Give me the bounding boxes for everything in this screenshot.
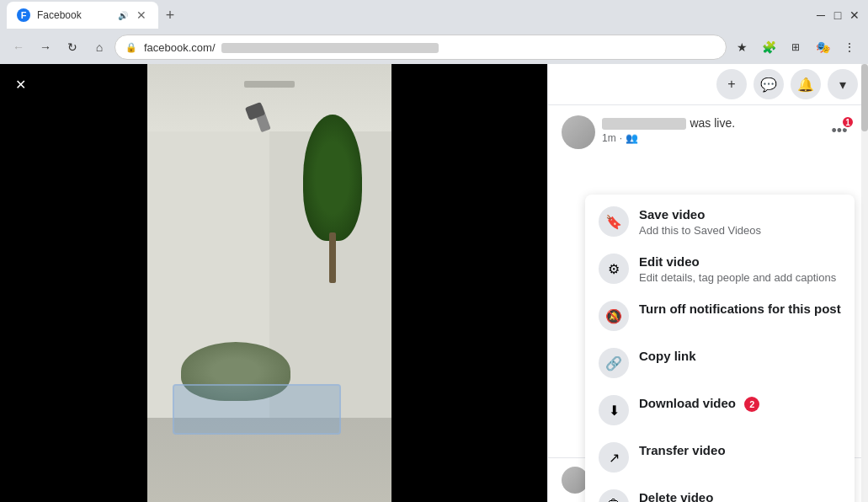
bookmark-button[interactable]: ★ bbox=[730, 35, 754, 59]
video-area: ✕ bbox=[0, 64, 547, 502]
menu-text-delete-video: Delete video bbox=[639, 489, 841, 502]
back-button[interactable]: ← bbox=[7, 35, 30, 59]
bonsai-display bbox=[164, 334, 349, 435]
audience-icon: 👥 bbox=[626, 132, 638, 144]
page-content: ✕ bbox=[0, 64, 868, 502]
menu-title-copy-link: Copy link bbox=[639, 348, 841, 365]
menu-item-edit-video[interactable]: ⚙ Edit video Edit details, tag people an… bbox=[585, 245, 855, 292]
post-time: 1m · 👥 bbox=[602, 132, 817, 144]
lock-icon: 🔒 bbox=[125, 42, 137, 53]
refresh-button[interactable]: ↻ bbox=[61, 35, 84, 59]
aquarium bbox=[173, 384, 341, 435]
menu-item-transfer-video[interactable]: ↗ Transfer video bbox=[585, 434, 855, 481]
tab-title: Facebook bbox=[37, 9, 111, 21]
create-button[interactable]: + bbox=[716, 69, 747, 99]
menu-text-copy-link: Copy link bbox=[639, 348, 841, 365]
notification-badge: 1 bbox=[841, 115, 855, 129]
room-scene bbox=[147, 64, 391, 502]
menu-title-delete-video: Delete video bbox=[639, 489, 841, 502]
right-panel: + 💬 🔔 ▾ was live. bbox=[547, 64, 868, 502]
address-text: facebook.com/ ████████ ████████ ████████… bbox=[144, 41, 716, 54]
close-video-button[interactable]: ✕ bbox=[7, 71, 34, 98]
tab-close-button[interactable]: ✕ bbox=[135, 8, 148, 22]
menu-text-save-video: Save video Add this to Saved Videos bbox=[639, 206, 841, 237]
tree-trunk bbox=[329, 232, 336, 283]
bell-icon: 🔔 bbox=[797, 77, 814, 93]
menu-item-turn-off-notifications[interactable]: 🔕 Turn off notifications for this post bbox=[585, 292, 855, 339]
menu-text-download-video: Download video 2 bbox=[639, 395, 841, 412]
download-badge: 2 bbox=[744, 397, 759, 412]
scrollbar-thumb[interactable] bbox=[861, 64, 868, 131]
edit-video-icon: ⚙ bbox=[599, 254, 629, 284]
tab-favicon: F bbox=[17, 8, 30, 22]
close-button[interactable]: ✕ bbox=[848, 8, 861, 22]
download-video-icon: ⬇ bbox=[599, 395, 629, 425]
avatar-image bbox=[562, 115, 595, 149]
avatar bbox=[562, 115, 595, 149]
post-header: was live. 1m · 👥 ••• 1 bbox=[562, 115, 855, 149]
chevron-down-icon: ▾ bbox=[839, 77, 846, 93]
browser-toolbar: ← → ↻ ⌂ 🔒 facebook.com/ ████████ ███████… bbox=[0, 30, 868, 64]
menu-item-save-video[interactable]: 🔖 Save video Add this to Saved Videos bbox=[585, 198, 855, 245]
forward-button[interactable]: → bbox=[34, 35, 57, 59]
home-button[interactable]: ⌂ bbox=[88, 35, 111, 59]
window-controls: ─ □ ✕ bbox=[814, 8, 861, 22]
messenger-button[interactable]: 💬 bbox=[754, 69, 784, 99]
more-options-button[interactable]: ••• 1 bbox=[824, 115, 855, 146]
poster-name bbox=[602, 118, 686, 130]
copy-link-icon: 🔗 bbox=[599, 348, 629, 378]
toolbar-right: ★ 🧩 ⊞ 🎭 ⋮ bbox=[730, 35, 861, 59]
account-dropdown-button[interactable]: ▾ bbox=[828, 69, 858, 99]
menu-text-notifications: Turn off notifications for this post bbox=[639, 301, 841, 318]
menu-item-delete-video[interactable]: 🗑 Delete video bbox=[585, 481, 855, 502]
menu-text-edit-video: Edit video Edit details, tag people and … bbox=[639, 254, 841, 284]
new-tab-button[interactable]: + bbox=[158, 3, 182, 27]
menu-button[interactable]: ⋮ bbox=[838, 35, 861, 59]
tab-audio-icon: 🔊 bbox=[118, 11, 128, 20]
delete-video-icon: 🗑 bbox=[599, 489, 629, 502]
menu-title-transfer-video: Transfer video bbox=[639, 442, 841, 459]
facebook-top-nav: + 💬 🔔 ▾ bbox=[548, 64, 868, 105]
plus-icon: + bbox=[727, 77, 735, 92]
menu-title-save-video: Save video bbox=[639, 206, 841, 223]
dropdown-menu: 🔖 Save video Add this to Saved Videos ⚙ … bbox=[585, 195, 855, 502]
messenger-icon: 💬 bbox=[760, 77, 777, 93]
scrollbar-track bbox=[861, 64, 868, 502]
menu-subtitle-edit-video: Edit details, tag people and add caption… bbox=[639, 271, 841, 284]
notifications-off-icon: 🔕 bbox=[599, 301, 629, 331]
menu-item-download-video[interactable]: ⬇ Download video 2 bbox=[585, 387, 855, 434]
poster-info: was live. bbox=[602, 115, 817, 131]
ceiling-light bbox=[244, 81, 295, 88]
transfer-video-icon: ↗ bbox=[599, 442, 629, 473]
address-bar[interactable]: 🔒 facebook.com/ ████████ ████████ ██████… bbox=[114, 35, 727, 60]
time-value: 1m bbox=[602, 132, 616, 144]
tree-leaves bbox=[303, 115, 362, 241]
was-live-text: was live. bbox=[690, 116, 735, 130]
avatar-button[interactable]: 🎭 bbox=[811, 35, 834, 59]
save-video-icon: 🔖 bbox=[599, 206, 629, 237]
time-separator: · bbox=[620, 132, 622, 144]
minimize-button[interactable]: ─ bbox=[814, 8, 828, 22]
facebook-favicon: F bbox=[21, 10, 27, 20]
browser-tab[interactable]: F Facebook 🔊 ✕ bbox=[7, 2, 158, 29]
notifications-button[interactable]: 🔔 bbox=[791, 69, 821, 99]
menu-subtitle-save-video: Add this to Saved Videos bbox=[639, 224, 841, 237]
menu-title-edit-video: Edit video bbox=[639, 254, 841, 270]
menu-text-transfer-video: Transfer video bbox=[639, 442, 841, 459]
menu-title-download-video: Download video 2 bbox=[639, 395, 841, 412]
menu-item-copy-link[interactable]: 🔗 Copy link bbox=[585, 339, 855, 387]
menu-title-notifications: Turn off notifications for this post bbox=[639, 301, 841, 318]
profile-button[interactable]: ⊞ bbox=[784, 35, 807, 59]
maximize-button[interactable]: □ bbox=[831, 8, 844, 22]
extensions-button[interactable]: 🧩 bbox=[757, 35, 780, 59]
plant-tree bbox=[299, 115, 366, 283]
room-background bbox=[147, 64, 391, 502]
post-meta: was live. 1m · 👥 bbox=[602, 115, 817, 144]
